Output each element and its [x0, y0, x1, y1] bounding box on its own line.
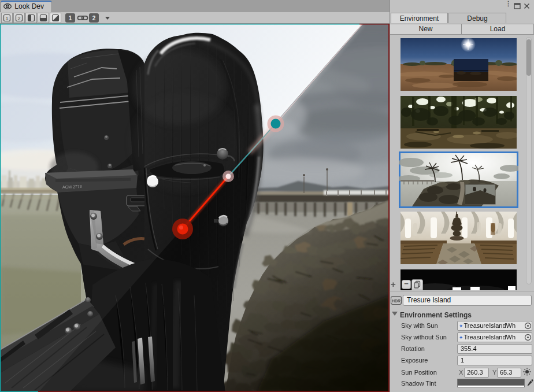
- svg-text:1: 1: [5, 16, 8, 21]
- svg-text:2: 2: [17, 16, 20, 21]
- svg-text:2: 2: [92, 15, 96, 21]
- svg-text:1: 1: [69, 15, 72, 21]
- svg-text:HDR: HDR: [392, 299, 400, 303]
